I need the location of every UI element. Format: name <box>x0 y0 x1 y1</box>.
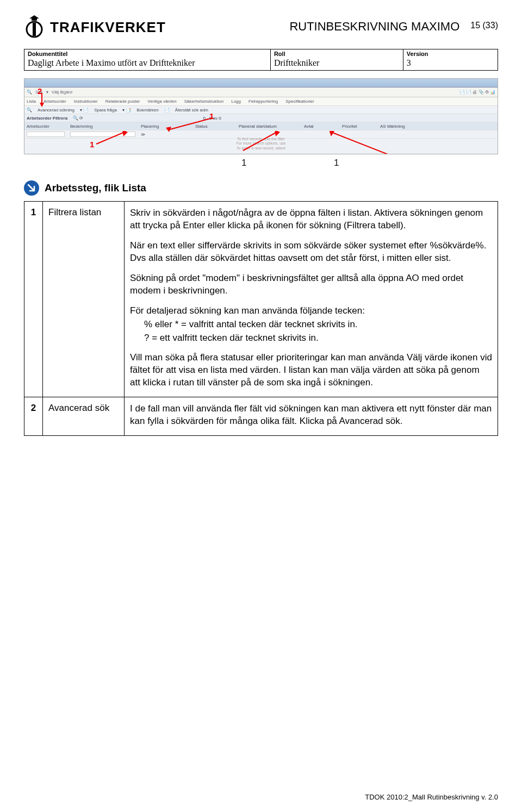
logo: TRAFIKVERKET <box>24 15 166 39</box>
step-body: I de fall man vill använda fler fält vid… <box>125 397 498 436</box>
arrow-down-right-icon <box>24 180 39 196</box>
ss-search-icon: 🔍 <box>27 90 32 95</box>
callout-1a: 1 <box>209 111 214 121</box>
section-title: Arbetssteg, flik Lista <box>45 182 146 194</box>
ss-hint: To find records, use the filter For more… <box>236 137 285 151</box>
step-number: 1 <box>24 202 43 397</box>
logo-text: TRAFIKVERKET <box>50 19 166 36</box>
meta-head-title: Dokumenttitel <box>28 51 267 57</box>
meta-head-version: Version <box>407 51 494 57</box>
page-number: 15 (33) <box>470 15 498 30</box>
callout-1c: 1 <box>241 158 246 168</box>
callout-2: 2 <box>38 86 42 96</box>
meta-val-version: 3 <box>407 58 411 67</box>
document-title: RUTINBESKRIVNING MAXIMO <box>166 15 471 34</box>
table-row: 1 Filtrera listan Skriv in sökvärden i n… <box>24 202 498 397</box>
embedded-screenshot: 🔍 Sök ▾ Välj åtgärd 📄 📄 🖨 📎 ⚙ 📊 Lista Ar… <box>24 78 498 154</box>
svg-rect-1 <box>33 23 36 36</box>
ss-action-label: Välj åtgärd <box>52 90 72 95</box>
step-label: Filtrera listan <box>43 202 125 397</box>
callout-1b: 1 <box>90 140 94 149</box>
step-number: 2 <box>24 397 43 436</box>
callout-1d: 1 <box>334 158 339 168</box>
trafikverket-logo-icon <box>24 15 45 39</box>
footer-text: TDOK 2010:2_Mall Rutinbeskrivning v. 2.0 <box>365 793 498 801</box>
step-body: Skriv in sökvärden i något/några av de ö… <box>125 202 498 397</box>
ss-tabs: Lista Arbetsorder Instruktioner Relatera… <box>24 97 498 106</box>
meta-val-title: Dagligt Arbete i Maximo utfört av Driftt… <box>28 58 195 67</box>
step-label: Avancerad sök <box>43 397 125 436</box>
meta-table: Dokumenttitel Dagligt Arbete i Maximo ut… <box>24 49 498 71</box>
steps-table: 1 Filtrera listan Skriv in sökvärden i n… <box>24 201 498 436</box>
meta-val-role: Drifttekniker <box>274 58 320 67</box>
meta-head-role: Roll <box>274 51 400 57</box>
section-heading: Arbetssteg, flik Lista <box>24 180 498 196</box>
page-header: TRAFIKVERKET RUTINBESKRIVNING MAXIMO 15 … <box>24 15 498 39</box>
table-row: 2 Avancerad sök I de fall man vill använ… <box>24 397 498 436</box>
